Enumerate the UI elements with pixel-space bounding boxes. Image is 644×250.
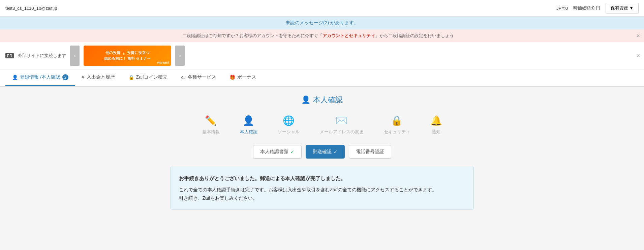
- user-icon: 👤: [243, 115, 254, 126]
- tab-registration[interactable]: 👤 登録情報 /本人確認 2: [5, 70, 75, 86]
- step-postal-label: 郵送確認: [313, 149, 332, 155]
- warning-text-before: 二段階認証はご存知ですか？お客様のアカウントを守るために今すぐ「: [182, 33, 323, 38]
- ad-bar: PR 外部サイトに接続します ‹ 他の投資 🔥 投資に役立つ 始める前に！ 無料…: [0, 42, 644, 70]
- step-documents-label: 本人確認書類: [260, 149, 288, 155]
- step-documents-button[interactable]: 本人確認書類 ✓: [253, 145, 302, 159]
- tabs: 👤 登録情報 /本人確認 2 ¥ 入出金と履歴 🔒 Zaifコイン積立 🏷 各種…: [5, 70, 639, 86]
- tab-bonus-icon: 🎁: [229, 75, 235, 80]
- verification-steps: 本人確認書類 ✓ 郵送確認 ✓ 電話番号認証: [13, 145, 631, 159]
- tab-transactions[interactable]: ¥ 入出金と履歴: [75, 70, 122, 86]
- header-email: test3_cs_1110_10@zaif.jp: [5, 6, 57, 11]
- sub-nav-email-change-label: メールアドレスの変更: [320, 129, 364, 135]
- sub-nav-identity[interactable]: 👤 本人確認: [240, 115, 257, 135]
- sub-nav-security[interactable]: 🔒 セキュリティ: [384, 115, 410, 135]
- tab-transactions-icon: ¥: [82, 75, 85, 80]
- pr-badge: PR: [5, 53, 14, 58]
- info-line1: お手続きありがとうございました。郵送による本人確認が完了しました。: [179, 174, 465, 183]
- page-title: 👤 本人確認: [13, 95, 631, 105]
- notification-text: 未読のメッセージ(2) があります。: [285, 20, 359, 25]
- sub-nav-social-label: ソーシャル: [278, 129, 300, 135]
- notification-bar: 未読のメッセージ(2) があります。: [0, 17, 644, 29]
- warning-link[interactable]: アカウントとセキュリティ: [323, 33, 375, 38]
- step-phone-button[interactable]: 電話番号認証: [349, 145, 391, 159]
- info-box: お手続きありがとうございました。郵送による本人確認が完了しました。 これで全ての…: [171, 167, 474, 210]
- tab-zaif-coin-label: Zaifコイン積立: [136, 74, 167, 80]
- tab-zaif-coin-icon: 🔒: [128, 75, 134, 80]
- tab-services[interactable]: 🏷 各種サービス: [174, 70, 223, 86]
- warning-bar: 二段階認証はご存知ですか？お客様のアカウントを守るために今すぐ「アカウントとセキ…: [0, 29, 644, 42]
- bell-icon: 🔔: [430, 115, 442, 126]
- tab-bonus[interactable]: 🎁 ボーナス: [223, 70, 263, 86]
- header: test3_cs_1110_10@zaif.jp JPY:0 時価総額:0 円 …: [0, 0, 644, 17]
- assets-button[interactable]: 保有資産 ▼: [606, 3, 639, 13]
- tab-zaif-coin[interactable]: 🔒 Zaifコイン積立: [122, 70, 174, 86]
- step-postal-check: ✓: [334, 149, 338, 155]
- main-content: 👤 本人確認 ✏️ 基本情報 👤 本人確認 🌐 ソーシャル ✉️ メールアドレス…: [0, 87, 644, 222]
- sub-nav-security-label: セキュリティ: [384, 129, 410, 135]
- step-phone-label: 電話番号認証: [356, 149, 384, 155]
- tab-services-icon: 🏷: [181, 75, 186, 80]
- edit-icon: ✏️: [205, 115, 217, 126]
- tab-bonus-label: ボーナス: [237, 74, 256, 80]
- sub-nav-basic-info-label: 基本情報: [202, 129, 220, 135]
- sub-nav-notifications-label: 通知: [432, 129, 440, 135]
- tab-registration-badge: 2: [62, 74, 68, 80]
- warning-close-button[interactable]: ×: [636, 32, 640, 39]
- ad-banner[interactable]: 他の投資 🔥 投資に役立つ 始める前に！ 無料 セミナー warrant: [84, 46, 171, 66]
- tab-transactions-label: 入出金と履歴: [87, 74, 115, 80]
- globe-icon: 🌐: [283, 115, 295, 126]
- sub-nav-notifications[interactable]: 🔔 通知: [430, 115, 442, 135]
- sub-nav: ✏️ 基本情報 👤 本人確認 🌐 ソーシャル ✉️ メールアドレスの変更 🔒 セ…: [13, 115, 631, 135]
- sub-nav-email-change[interactable]: ✉️ メールアドレスの変更: [320, 115, 364, 135]
- page-title-text: 本人確認: [313, 95, 343, 105]
- tab-registration-label: 登録情報 /本人確認: [20, 74, 60, 80]
- tab-services-label: 各種サービス: [188, 74, 216, 80]
- warning-text-after: 」から二段階認証の設定を行いましょう: [375, 33, 454, 38]
- info-line2: これで全ての本人確認手続きは完了です。お客様は入出金や取引を含むZaifの全ての…: [179, 186, 465, 194]
- email-icon: ✉️: [336, 115, 347, 126]
- sub-nav-identity-label: 本人確認: [240, 129, 257, 135]
- ad-text: 外部サイトに接続します: [18, 53, 66, 59]
- ad-close-button[interactable]: ×: [636, 52, 640, 59]
- ad-next-button[interactable]: ›: [175, 46, 185, 66]
- sub-nav-social[interactable]: 🌐 ソーシャル: [278, 115, 300, 135]
- step-documents-check: ✓: [290, 149, 295, 155]
- tabs-container: 👤 登録情報 /本人確認 2 ¥ 入出金と履歴 🔒 Zaifコイン積立 🏷 各種…: [0, 70, 644, 87]
- step-postal-button[interactable]: 郵送確認 ✓: [306, 145, 345, 159]
- tab-registration-icon: 👤: [12, 75, 18, 80]
- info-line3: 引き続き、Zaifをお楽しみください。: [179, 194, 465, 202]
- header-jpy: JPY:0: [556, 6, 568, 11]
- header-right: JPY:0 時価総額:0 円 保有資産 ▼: [556, 3, 639, 13]
- page-title-icon: 👤: [301, 95, 310, 104]
- warrant-label: warrant: [157, 61, 169, 64]
- lock-icon: 🔒: [391, 115, 403, 126]
- ad-prev-button[interactable]: ‹: [70, 46, 80, 66]
- header-total: 時価総額:0 円: [573, 5, 600, 11]
- sub-nav-basic-info[interactable]: ✏️ 基本情報: [202, 115, 220, 135]
